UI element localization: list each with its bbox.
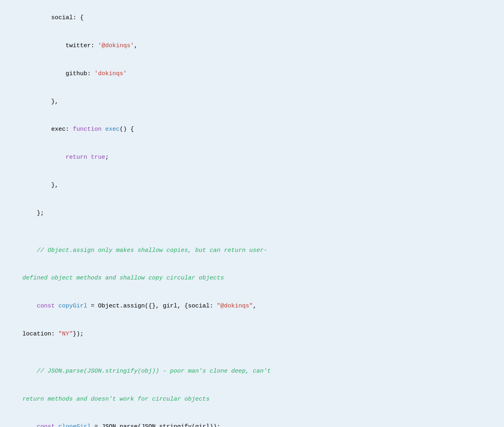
code-line-7: }, [8, 172, 496, 200]
code-line-location: location: "NY"}); [8, 320, 496, 348]
code-line-blank2 [8, 348, 496, 357]
code-line-copy: const copyGirl = Object.assign({}, girl,… [8, 292, 496, 320]
code-line-1: social: { [8, 4, 496, 32]
code-line-8: }; [8, 199, 496, 227]
code-line-comment3: // JSON.parse(JSON.stringify(obj)) - poo… [8, 357, 496, 385]
code-line-6: return true; [8, 144, 496, 172]
code-line-comment4: return methods and doesn't work for circ… [8, 385, 496, 413]
code-line-5: exec: function exec() { [8, 116, 496, 144]
code-line-2: twitter: '@dokinqs', [8, 32, 496, 60]
code-line-clone: const cloneGirl = JSON.parse(JSON.string… [8, 413, 496, 427]
code-line-comment2: defined object methods and shallow copy … [8, 264, 496, 292]
code-line-comment1: // Object.assign only makes shallow copi… [8, 236, 496, 264]
code-line-4: }, [8, 88, 496, 116]
code-editor: social: { twitter: '@dokinqs', github: '… [0, 0, 504, 427]
code-line-3: github: 'dokinqs' [8, 60, 496, 88]
code-line-blank1 [8, 227, 496, 236]
